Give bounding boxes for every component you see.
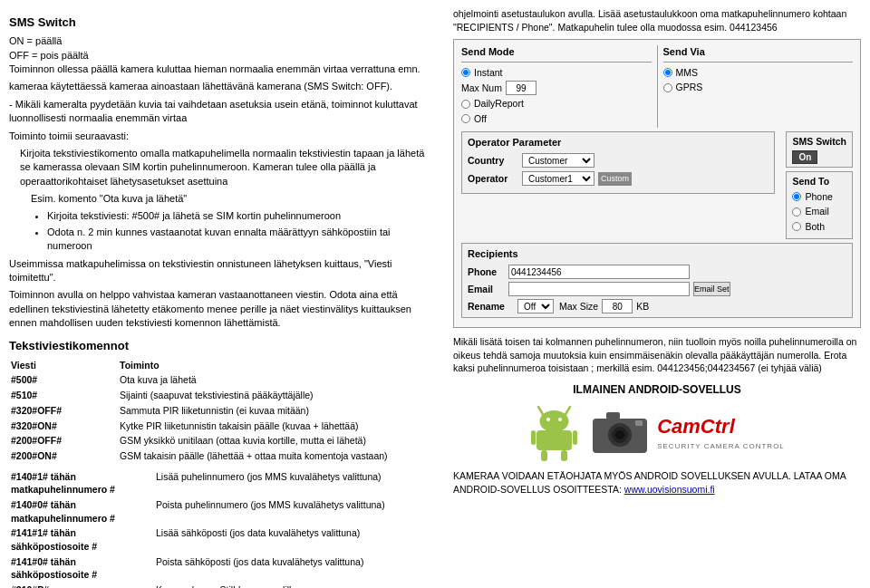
body-text1: Mikäli lisätä toisen tai kolmannen puhel… (453, 335, 861, 375)
desc-cell: GSM yksikkö unitilaan (ottaa kuvia korti… (118, 433, 435, 448)
commands-table: Viesti Toiminto #500#Ota kuva ja lähetä#… (9, 358, 435, 464)
svg-rect-7 (573, 430, 577, 445)
sms-switch-box-title: SMS Switch (792, 135, 846, 149)
table-row: #200#ON#GSM takaisin päälle (lähettää + … (9, 448, 435, 464)
mms-radio[interactable] (663, 68, 672, 77)
kb-label: KB (636, 300, 649, 313)
email-radio[interactable] (792, 207, 801, 217)
svg-rect-8 (541, 450, 547, 461)
gprs-radio[interactable] (663, 83, 672, 92)
off-radio[interactable] (461, 114, 470, 123)
country-dropdown[interactable]: Customer (522, 153, 594, 168)
recipients-title: Recipients (468, 247, 846, 261)
cmd-cell: #320#ON# (9, 419, 118, 434)
desc-cell: Poista sähköposti (jos data kuvalähetys … (154, 554, 435, 583)
cmd-cell: #141#0# tähän sähköpostiosoite # (9, 554, 154, 583)
phone-rec-input[interactable] (508, 265, 690, 279)
recipients-box: Recipients Phone Email Email Set Rename … (461, 243, 853, 318)
app-desc: KAMERAA VOIDAAN ETÄOHJATA MYÖS ANDROID S… (453, 469, 861, 496)
commands2-table: #140#1# tähän matkapuhelinnumero #Lisää … (9, 469, 435, 588)
gprs-row: GPRS (663, 81, 854, 94)
operator-row: Operator Parameter Country Customer Oper… (461, 131, 853, 239)
table-row: #320#ON#Kytke PIR liiketunnistin takaisi… (9, 419, 435, 434)
svg-point-3 (546, 418, 550, 421)
cmd-cell: #141#1# tähän sähköpostiosoite # (9, 525, 154, 554)
ilmainen-title: ILMAINEN ANDROID-SOVELLUS (453, 382, 861, 398)
left-column: SMS Switch ON = päällä OFF = pois päältä… (0, 0, 444, 588)
right-column: ohjelmointi asetustaulukon avulla. Lisää… (444, 0, 870, 588)
rename-label: Rename (468, 300, 517, 313)
cmd-cell: #310#P# (9, 583, 154, 588)
off-label: Off (474, 112, 487, 126)
table-row: #500#Ota kuva ja lähetä (9, 372, 435, 388)
svg-point-4 (558, 418, 562, 421)
table-row: #141#1# tähän sähköpostiosoite #Lisää sä… (9, 525, 435, 554)
app-icons-row: CamCtrl Security Camera Control (453, 403, 861, 462)
app-section: ILMAINEN ANDROID-SOVELLUS (453, 382, 861, 496)
desc-cell: Sammuta PIR liiketunnistin (ei kuvaa mit… (118, 403, 435, 419)
rename-row: Rename Off Max Size KB (468, 299, 846, 313)
email-radio-row: Email (792, 205, 846, 218)
instant-row: Instant (461, 66, 652, 80)
both-radio-row: Both (792, 220, 846, 234)
step1-desc: Kirjoita tekstiviestikomento omalla matk… (20, 147, 435, 188)
svg-point-2 (540, 410, 569, 432)
step1a-container: Esim. komento "Ota kuva ja lähetä" Kirjo… (31, 192, 435, 254)
max-num-row: Max Num (461, 81, 652, 95)
table-row: #141#0# tähän sähköpostiosoite #Poista s… (9, 554, 435, 583)
camctrl-brand: CamCtrl Security Camera Control (657, 413, 785, 451)
desc-cell: Lisää sähköposti (jos data kuvalähetys v… (154, 525, 435, 554)
email-rec-row: Email Email Set (468, 282, 846, 296)
step1-text: Kirjoita tekstiviestikomento omalla matk… (20, 147, 435, 254)
country-row: Country Customer (468, 153, 768, 168)
operator-dropdown[interactable]: Customer1 (522, 171, 594, 186)
instant-radio[interactable] (461, 68, 470, 77)
email-set-button[interactable]: Email Set (693, 282, 730, 296)
svg-rect-15 (635, 420, 643, 426)
email-rec-input[interactable] (508, 282, 690, 296)
phone-radio[interactable] (792, 192, 801, 201)
svg-rect-14 (606, 412, 620, 419)
bullet2: Odota n. 2 min kunnes vastaanotat kuvan … (47, 226, 435, 254)
mms-label: MMS (676, 66, 699, 80)
custom-badge: Custom (598, 172, 632, 186)
max-size-row: Max Size KB (559, 299, 649, 313)
right-boxes: SMS Switch On Send To Phone Email (780, 131, 853, 239)
max-size-input[interactable] (602, 299, 633, 313)
operator-row-inner: Operator Customer1 Custom (468, 171, 768, 186)
sms-on: ON = päällä (9, 34, 435, 48)
both-radio[interactable] (792, 222, 801, 231)
desc-cell: GSM takaisin päälle (lähettää + ottaa mu… (118, 448, 435, 464)
cmd-cell: #200#OFF# (9, 433, 118, 448)
svg-rect-9 (561, 450, 567, 461)
daily-radio[interactable] (461, 100, 470, 109)
sms-switch-title: SMS Switch (9, 14, 435, 31)
rename-dropdown[interactable]: Off (517, 299, 554, 313)
step1a: Esim. komento "Ota kuva ja lähetä" (31, 192, 435, 206)
step-bullets: Kirjoita tekstiviesti: #500# ja lähetä s… (47, 209, 435, 253)
top-panel-row: Send Mode Instant Max Num DailyReport (461, 45, 853, 127)
desc-cell: Kamera kuvaa Still-kuva moodilla (154, 583, 435, 588)
cmd-cell: #500# (9, 372, 118, 388)
cmd-cell: #140#1# tähän matkapuhelinnumero # (9, 469, 154, 497)
send-mode-section: Send Mode Instant Max Num DailyReport (461, 45, 652, 127)
both-label: Both (805, 220, 825, 234)
off-row: Off (461, 112, 652, 126)
send-via-section: Send Via MMS GPRS (663, 45, 854, 96)
send-to-box: Send To Phone Email Both (786, 171, 853, 239)
gprs-label: GPRS (676, 81, 703, 94)
commands-tbody: #500#Ota kuva ja lähetä#510#Sijainti (sa… (9, 372, 435, 463)
commands2-tbody: #140#1# tähän matkapuhelinnumero #Lisää … (9, 469, 435, 588)
desc-cell: Kytke PIR liiketunnistin takaisin päälle… (118, 419, 435, 434)
desc-cell: Sijainti (saapuvat tekstiviestinä pääkäy… (118, 388, 435, 403)
cmd-cell: #320#OFF# (9, 403, 118, 419)
panel-divider-1 (657, 45, 658, 127)
desc-cell: Poista puhelinnumero (jos MMS kuvalähety… (154, 497, 435, 525)
sms-desc1: Toiminnon ollessa päällä kamera kuluttaa… (9, 63, 435, 76)
max-num-input[interactable] (506, 81, 536, 95)
table-row: #140#0# tähän matkapuhelinnumero #Poista… (9, 497, 435, 525)
viesti-col-header: Viesti (9, 358, 118, 373)
sms-switch-toggle[interactable]: On (792, 150, 817, 164)
app-url-link[interactable]: www.uovisionsuomi.fi (624, 484, 715, 495)
table-row: #200#OFF#GSM yksikkö unitilaan (ottaa ku… (9, 433, 435, 448)
